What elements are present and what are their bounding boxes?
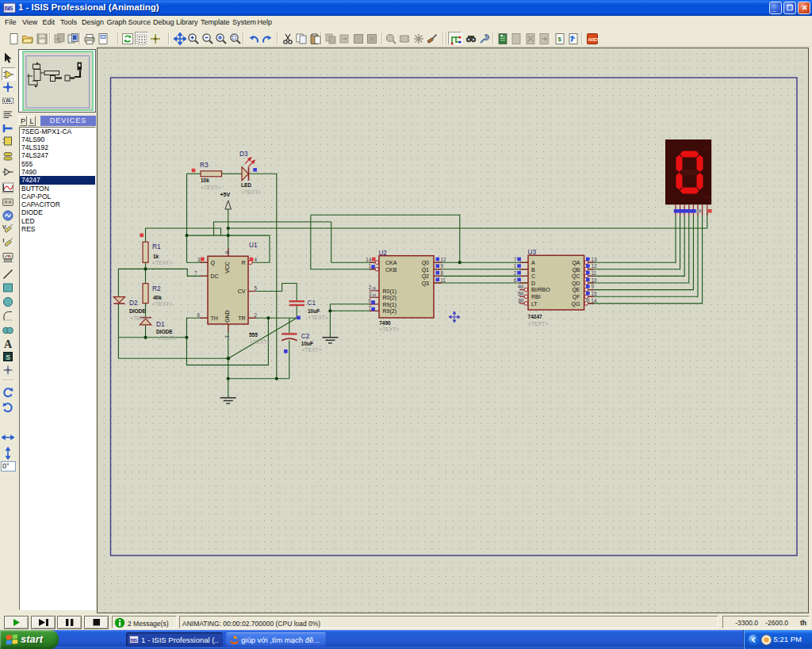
r3-resistor-body[interactable] (201, 171, 222, 177)
taskbar-task-2[interactable]: giúp với ,tìm mạch đế... (226, 632, 326, 647)
selection-arrow-button[interactable] (2, 52, 16, 65)
current-probe-button[interactable]: I (2, 237, 16, 250)
device-item-74247[interactable]: 74247 (20, 176, 95, 184)
paste-button[interactable] (308, 32, 322, 45)
box-2d-button[interactable] (2, 281, 16, 295)
junction-dot-button[interactable] (2, 81, 16, 94)
menu-edit[interactable]: Edit (43, 18, 56, 29)
device-item-74ls247[interactable]: 74LS247 (20, 151, 95, 159)
r1-resistor-body[interactable] (143, 242, 148, 262)
rotate-cw-button[interactable] (2, 386, 16, 399)
menu-template[interactable]: Template (201, 18, 230, 29)
copy-button[interactable] (295, 32, 308, 45)
instruments-button[interactable] (2, 250, 16, 264)
tray-app-icon[interactable] (761, 635, 772, 645)
zoom-in-button[interactable] (187, 32, 201, 45)
marker-2d-button[interactable] (2, 364, 16, 377)
pan-button[interactable] (173, 32, 186, 45)
block-delete-button[interactable] (366, 32, 379, 45)
ares-netlist-button[interactable]: ARES (585, 32, 599, 45)
device-item-cap-pol[interactable]: CAP-POL (20, 193, 95, 200)
undo-button[interactable] (247, 32, 260, 45)
path-2d-button[interactable] (2, 324, 16, 338)
packaging-button[interactable] (412, 32, 425, 45)
origin-button[interactable] (148, 32, 162, 45)
device-item-res[interactable]: RES (20, 225, 95, 233)
overview-window[interactable] (18, 49, 96, 113)
menu-system[interactable]: System (232, 18, 256, 29)
message-panel[interactable]: 2 Message(s) (112, 616, 177, 628)
autoroute-button[interactable] (448, 32, 462, 45)
close-button[interactable]: ✕ (798, 2, 811, 14)
remove-sheet-button[interactable] (523, 32, 537, 45)
restore-button[interactable]: ❐ (783, 2, 797, 14)
device-item-7490[interactable]: 7490 (20, 168, 95, 176)
play-button[interactable] (4, 616, 29, 629)
export-section-button[interactable] (67, 32, 80, 45)
device-item-74ls192[interactable]: 74LS192 (20, 143, 95, 151)
search-tag-button[interactable] (464, 32, 477, 45)
new-sheet-button[interactable] (510, 32, 523, 45)
device-item-7seg-mpx1-ca[interactable]: 7SEG-MPX1-CA (20, 128, 95, 136)
mirror-h-button[interactable] (2, 431, 16, 445)
redo-button[interactable] (261, 32, 274, 45)
zoom-child-button[interactable]: $ (553, 32, 566, 45)
pause-button[interactable] (57, 616, 82, 629)
minimize-button[interactable]: _ (769, 2, 783, 14)
menu-debug[interactable]: Debug (153, 18, 174, 29)
subcircuit-button[interactable] (2, 135, 16, 148)
line-2d-button[interactable] (2, 268, 16, 281)
pick-devices-button[interactable]: P (19, 116, 27, 126)
device-list[interactable]: 7SEG-MPX1-CA74LS9074LS19274LS24755574907… (19, 127, 96, 610)
generator-button[interactable] (2, 209, 16, 223)
wire-label-button[interactable]: LBL (2, 94, 16, 108)
menu-design[interactable]: Design (82, 18, 104, 29)
library-manager-button[interactable]: L (28, 116, 36, 126)
menu-library[interactable]: Library (176, 18, 198, 29)
mirror-v-button[interactable] (2, 447, 16, 460)
grid-toggle-button[interactable] (135, 32, 148, 45)
menu-view[interactable]: View (22, 18, 37, 29)
make-device-button[interactable] (398, 32, 412, 45)
device-pin-button[interactable] (2, 166, 16, 179)
start-button[interactable]: start (0, 630, 59, 649)
redraw-button[interactable] (121, 32, 134, 45)
print-button[interactable] (82, 32, 96, 45)
hide-icons-button[interactable] (748, 634, 760, 646)
component-mode-button[interactable] (2, 67, 16, 81)
device-item-led[interactable]: LED (20, 217, 95, 225)
rotation-angle-input[interactable]: 0° (1, 461, 16, 471)
zoom-out-button[interactable] (201, 32, 214, 45)
schematic-canvas[interactable]: .ref { font:8.2px "Liberation Sans",sans… (97, 48, 809, 613)
graph-mode-button[interactable] (2, 181, 16, 195)
print-area-button[interactable] (97, 32, 110, 45)
taskbar-task-1[interactable]: ISIS1 - ISIS Professional (... (126, 632, 223, 647)
new-file-button[interactable] (7, 32, 21, 45)
text-script-button[interactable] (2, 109, 16, 122)
design-explorer-button[interactable] (496, 32, 509, 45)
stop-button[interactable] (84, 616, 109, 629)
device-item-capacitor[interactable]: CAPACITOR (20, 200, 95, 208)
decompose-button[interactable] (426, 32, 439, 45)
property-tool-button[interactable] (478, 32, 492, 45)
device-item-555[interactable]: 555 (20, 160, 95, 168)
save-button[interactable] (35, 32, 48, 45)
zoom-all-button[interactable] (215, 32, 228, 45)
text-2d-button[interactable]: A (2, 338, 16, 351)
cut-button[interactable] (281, 32, 294, 45)
symbol-2d-button[interactable]: S (2, 350, 16, 364)
device-item-74ls90[interactable]: 74LS90 (20, 136, 95, 143)
rotate-ccw-button[interactable] (2, 401, 16, 414)
open-folder-button[interactable] (21, 32, 35, 45)
r2-resistor-body[interactable] (143, 284, 148, 304)
step-button[interactable] (31, 616, 56, 629)
block-copy-button[interactable] (324, 32, 337, 45)
device-item-diode[interactable]: DIODE (20, 208, 95, 216)
goto-sheet-button[interactable] (538, 32, 551, 45)
circle-2d-button[interactable] (2, 296, 16, 309)
menu-help[interactable]: Help (258, 18, 273, 29)
title-bar[interactable]: ISIS 1 - ISIS Professional (Animating) _… (0, 0, 812, 16)
block-rotate-button[interactable] (351, 32, 365, 45)
arc-2d-button[interactable] (2, 310, 16, 323)
block-move-button[interactable] (338, 32, 351, 45)
